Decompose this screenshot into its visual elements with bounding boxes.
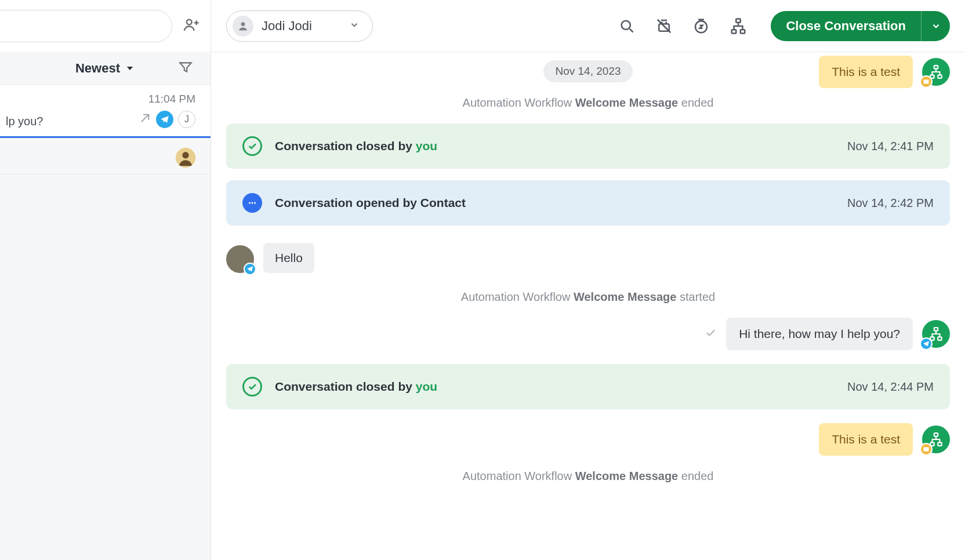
svg-point-4 [622, 20, 630, 29]
svg-rect-19 [934, 433, 938, 436]
bot-avatar [922, 58, 950, 86]
automation-text: Automation Workflow [463, 470, 575, 482]
close-conversation-label: Close Conversation [771, 19, 921, 34]
automation-text: Automation Workflow [463, 96, 575, 109]
message-row-note: This is a test [226, 423, 950, 456]
chevron-down-icon [125, 63, 135, 74]
chevron-down-icon [349, 20, 360, 32]
automation-text: ended [678, 470, 713, 482]
svg-rect-18 [938, 337, 942, 340]
sort-row: Newest [0, 52, 211, 85]
contact-avatar [226, 245, 254, 273]
outbound-message[interactable]: Hi there, how may I help you? [726, 318, 913, 350]
automation-workflow-name: Welcome Message [574, 290, 677, 303]
telegram-icon [920, 337, 933, 350]
assignee-badge: J [178, 111, 195, 128]
svg-rect-10 [934, 66, 938, 68]
contact-avatar-icon [233, 16, 253, 37]
contact-name: Jodi Jodi [262, 19, 312, 34]
bot-avatar [922, 426, 950, 453]
svg-point-2 [182, 152, 188, 158]
inbound-message[interactable]: Hello [263, 243, 314, 273]
automation-started-line: Automation Workflow Welcome Message star… [226, 290, 950, 304]
workflow-tree-icon[interactable] [725, 13, 751, 39]
svg-rect-16 [934, 328, 938, 330]
event-text: Conversation opened by Contact [275, 196, 466, 210]
telegram-icon [244, 263, 256, 275]
conversation-closed-banner: Conversation closed by you Nov 14, 2:41 … [226, 123, 950, 169]
automation-text: started [676, 290, 715, 303]
conversation-time: 11:04 PM [148, 93, 195, 106]
event-text-part: Conversation closed by [275, 139, 416, 152]
automation-text: Automation Workflow [461, 290, 574, 303]
conversation-item[interactable]: 11:04 PM lp you? J [0, 85, 211, 138]
sidebar-top [0, 0, 211, 52]
conversation-opened-banner: Conversation opened by Contact Nov 14, 2… [226, 180, 950, 226]
note-bubble[interactable]: This is a test [819, 423, 913, 456]
event-time: Nov 14, 2:42 PM [847, 197, 934, 210]
automation-ended-line: Automation Workflow Welcome Message ende… [226, 96, 950, 110]
event-text: Conversation closed by you [275, 139, 437, 153]
svg-rect-12 [938, 75, 942, 78]
automation-workflow-name: Welcome Message [575, 470, 679, 482]
conversation-closed-banner: Conversation closed by you Nov 14, 2:44 … [226, 364, 950, 409]
filter-icon[interactable] [178, 60, 193, 77]
event-text-part: Conversation closed by [275, 380, 416, 393]
check-circle-icon [242, 136, 262, 156]
conversation-item[interactable] [0, 141, 211, 174]
note-badge-icon [920, 75, 933, 88]
note-bubble[interactable]: This is a test [819, 56, 913, 88]
event-time: Nov 14, 2:41 PM [847, 140, 934, 153]
event-time: Nov 14, 2:44 PM [847, 380, 934, 394]
search-input[interactable] [0, 10, 172, 42]
outbound-message-row: Hi there, how may I help you? [226, 318, 950, 350]
automation-icon[interactable] [651, 13, 677, 39]
inbound-message-row: Hello [226, 243, 950, 273]
date-separator: Nov 14, 2023 [543, 60, 632, 82]
add-contact-icon[interactable] [183, 16, 202, 36]
delivered-check-icon [704, 326, 717, 341]
telegram-icon [156, 111, 173, 128]
chat-pane: This is a test Nov 14, 2023 Automation W… [211, 52, 965, 560]
svg-point-3 [241, 22, 245, 26]
conversation-icons: J [139, 111, 195, 128]
contact-picker[interactable]: Jodi Jodi [226, 10, 373, 42]
svg-rect-21 [938, 442, 942, 445]
svg-rect-7 [737, 19, 741, 22]
search-icon[interactable] [614, 13, 640, 39]
sort-label: Newest [75, 61, 120, 76]
chat-bubble-icon [242, 193, 262, 213]
event-text-you: you [416, 139, 437, 152]
sort-button[interactable]: Newest [75, 61, 135, 76]
svg-rect-8 [732, 30, 737, 33]
note-badge-icon [920, 443, 933, 456]
event-text: Conversation closed by you [275, 380, 437, 394]
check-circle-icon [242, 377, 262, 397]
snooze-icon[interactable] [688, 13, 714, 39]
automation-text: ended [678, 96, 713, 109]
close-conversation-dropdown[interactable] [921, 11, 950, 41]
bot-avatar [922, 320, 950, 348]
message-row-note: This is a test [819, 56, 950, 88]
automation-workflow-name: Welcome Message [575, 96, 679, 109]
close-conversation-button[interactable]: Close Conversation [771, 11, 950, 41]
avatar [176, 148, 195, 168]
automation-ended-line: Automation Workflow Welcome Message ende… [226, 470, 950, 483]
sidebar: Newest 11:04 PM lp you? J [0, 0, 211, 560]
outgoing-arrow-icon [139, 112, 151, 127]
event-text-you: you [416, 380, 437, 393]
svg-rect-9 [741, 30, 745, 33]
svg-point-15 [254, 202, 256, 204]
svg-point-13 [249, 202, 251, 204]
header: Jodi Jodi Close Conversation [211, 0, 965, 52]
svg-point-14 [252, 202, 253, 204]
svg-point-0 [187, 20, 192, 25]
